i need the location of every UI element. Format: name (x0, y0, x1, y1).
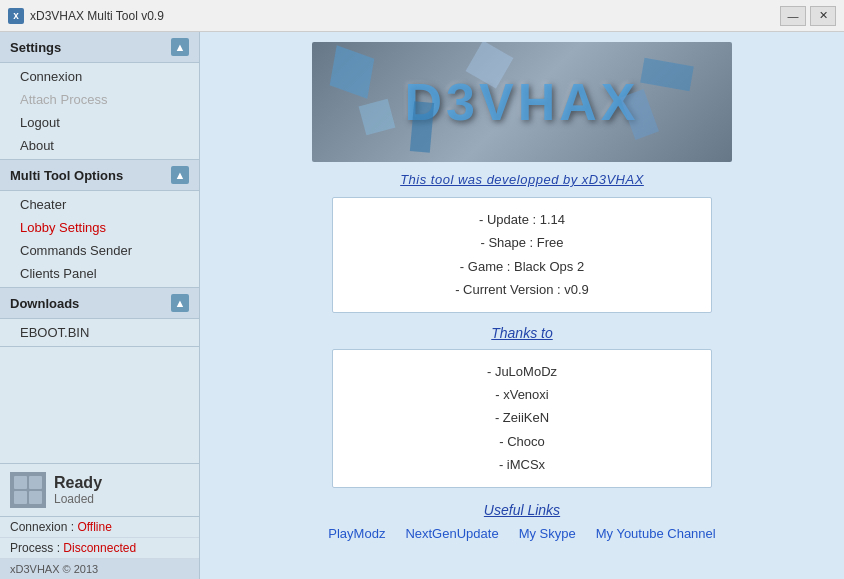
multitool-items: Cheater Lobby Settings Commands Sender C… (0, 191, 199, 288)
useful-links-title: Useful Links (484, 502, 560, 518)
info-line-4: - Current Version : v0.9 (353, 278, 691, 301)
link-nextgenupdate[interactable]: NextGenUpdate (405, 526, 498, 541)
process-label: Process : (10, 541, 60, 555)
thanks-name-3: - ZeiiKeN (353, 406, 691, 429)
close-button[interactable]: ✕ (810, 6, 836, 26)
sidebar-status: Ready Loaded Connexion : Offline Process… (0, 463, 199, 579)
status-icon-cell-3 (14, 491, 27, 504)
connexion-status-line: Connexion : Offline (0, 517, 199, 538)
copyright-line: xD3VHAX © 2013 (0, 559, 199, 579)
status-ready-label: Ready (54, 474, 102, 492)
thanks-box: - JuLoMoDz - xVenoxi - ZeiiKeN - Choco -… (332, 349, 712, 488)
sidebar-item-connexion[interactable]: Connexion (0, 65, 199, 88)
link-my-skype[interactable]: My Skype (519, 526, 576, 541)
thanks-name-4: - Choco (353, 430, 691, 453)
settings-section-header[interactable]: Settings ▲ (0, 32, 199, 63)
info-box: - Update : 1.14 - Shape : Free - Game : … (332, 197, 712, 313)
downloads-items: EBOOT.BIN (0, 319, 199, 347)
info-line-3: - Game : Black Ops 2 (353, 255, 691, 278)
process-status-line: Process : Disconnected (0, 538, 199, 559)
minimize-button[interactable]: — (780, 6, 806, 26)
process-value: Disconnected (63, 541, 136, 555)
titlebar-left: x xD3VHAX Multi Tool v0.9 (8, 8, 164, 24)
titlebar-title: xD3VHAX Multi Tool v0.9 (30, 9, 164, 23)
status-text-group: Ready Loaded (54, 474, 102, 506)
downloads-collapse-btn[interactable]: ▲ (171, 294, 189, 312)
settings-collapse-btn[interactable]: ▲ (171, 38, 189, 56)
logo-area: D3VHAX (312, 42, 732, 162)
dev-text: This tool was developped by xD3VHAX (400, 172, 644, 187)
sidebar-item-cheater[interactable]: Cheater (0, 193, 199, 216)
status-box: Ready Loaded (0, 464, 199, 517)
sidebar: Settings ▲ Connexion Attach Process Logo… (0, 32, 200, 579)
thanks-title: Thanks to (491, 325, 552, 341)
sidebar-item-attach-process: Attach Process (0, 88, 199, 111)
link-playmodz[interactable]: PlayModz (328, 526, 385, 541)
thanks-name-5: - iMCSx (353, 453, 691, 476)
sidebar-item-commands-sender[interactable]: Commands Sender (0, 239, 199, 262)
sidebar-item-lobby-settings[interactable]: Lobby Settings (0, 216, 199, 239)
info-line-2: - Shape : Free (353, 231, 691, 254)
connexion-value: Offline (77, 520, 111, 534)
logo-text: D3VHAX (405, 72, 640, 132)
multitool-title: Multi Tool Options (10, 168, 123, 183)
downloads-section-header[interactable]: Downloads ▲ (0, 288, 199, 319)
titlebar-buttons: — ✕ (780, 6, 836, 26)
status-icon-cell-2 (29, 476, 42, 489)
connexion-label: Connexion : (10, 520, 74, 534)
sidebar-item-about[interactable]: About (0, 134, 199, 157)
content-area: D3VHAX This tool was developped by xD3VH… (200, 32, 844, 579)
status-icon (10, 472, 46, 508)
info-line-1: - Update : 1.14 (353, 208, 691, 231)
sidebar-item-logout[interactable]: Logout (0, 111, 199, 134)
downloads-title: Downloads (10, 296, 79, 311)
main-container: Settings ▲ Connexion Attach Process Logo… (0, 32, 844, 579)
status-icon-cell-4 (29, 491, 42, 504)
settings-title: Settings (10, 40, 61, 55)
multitool-collapse-btn[interactable]: ▲ (171, 166, 189, 184)
app-icon: x (8, 8, 24, 24)
status-loaded-label: Loaded (54, 492, 102, 506)
sidebar-item-clients-panel[interactable]: Clients Panel (0, 262, 199, 285)
thanks-name-2: - xVenoxi (353, 383, 691, 406)
link-youtube-channel[interactable]: My Youtube Channel (596, 526, 716, 541)
thanks-name-1: - JuLoMoDz (353, 360, 691, 383)
status-icon-cell-1 (14, 476, 27, 489)
links-row: PlayModz NextGenUpdate My Skype My Youtu… (328, 526, 715, 541)
sidebar-item-eboot[interactable]: EBOOT.BIN (0, 321, 199, 344)
settings-items: Connexion Attach Process Logout About (0, 63, 199, 160)
multitool-section-header[interactable]: Multi Tool Options ▲ (0, 160, 199, 191)
titlebar: x xD3VHAX Multi Tool v0.9 — ✕ (0, 0, 844, 32)
